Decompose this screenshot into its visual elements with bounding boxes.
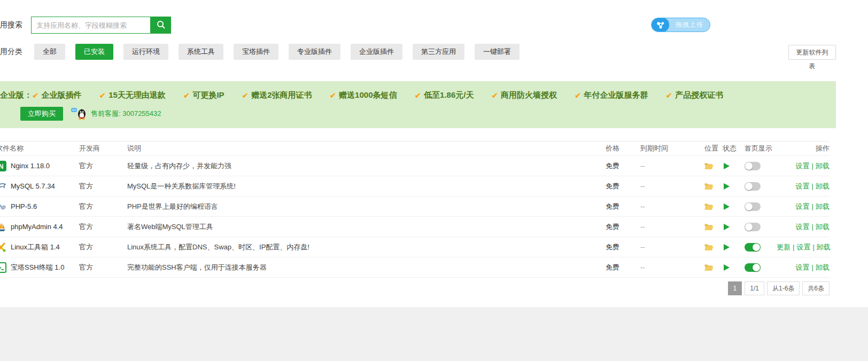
homepage-toggle[interactable]	[745, 243, 761, 252]
expire-time: --	[640, 202, 704, 210]
search-button[interactable]	[151, 17, 171, 34]
play-icon	[723, 203, 730, 210]
pagination-page-1[interactable]: 1	[728, 281, 742, 295]
pagination-info: 共6条	[802, 281, 830, 295]
action-cell: 更新|设置|卸载	[777, 242, 830, 252]
search-label: 应用搜索	[0, 20, 22, 30]
action-separator: |	[793, 243, 794, 251]
banner-feature-text: 15天无理由退款	[108, 90, 166, 100]
expire-time: --	[640, 162, 704, 170]
svg-text:N: N	[0, 162, 3, 170]
play-icon	[723, 183, 730, 190]
homepage-toggle[interactable]	[745, 223, 761, 231]
category-tab-all[interactable]: 全部	[34, 44, 65, 60]
folder-icon[interactable]	[704, 183, 714, 190]
uninstall-action[interactable]: 卸载	[816, 263, 830, 271]
software-table: 软件名称 开发商 说明 价格 到期时间 位置 状态 首页显示 操作 NNginx…	[0, 141, 830, 278]
check-icon: ✔	[32, 91, 39, 100]
software-description: PHP是世界上最好的编程语言	[127, 202, 606, 211]
settings-action[interactable]: 设置	[796, 223, 810, 231]
toggle-knob	[745, 162, 753, 170]
category-tab-pro-plugins[interactable]: 专业版插件	[289, 44, 340, 60]
uninstall-action[interactable]: 卸载	[816, 162, 830, 170]
toggle-knob	[753, 264, 760, 271]
folder-icon[interactable]	[704, 203, 714, 210]
software-name-cell: phpMyAdmin 4.4	[0, 222, 79, 232]
expire-time: --	[640, 182, 704, 190]
homepage-cell	[745, 263, 777, 272]
uninstall-action[interactable]: 卸载	[816, 202, 830, 210]
check-icon: ✔	[414, 91, 421, 100]
category-tab-enterprise-plugins[interactable]: 企业版插件	[351, 44, 402, 60]
status-cell	[723, 162, 745, 170]
settings-action[interactable]: 设置	[796, 263, 810, 271]
drag-upload-button[interactable]: 拖拽上传	[651, 18, 710, 32]
uninstall-action[interactable]: 卸载	[816, 223, 830, 231]
header-action: 操作	[777, 144, 830, 153]
action-cell: 设置|卸载	[777, 161, 830, 171]
software-manager-page: 应用搜索 拖拽上传 应用分类 全部已安装运行环境系统工具宝塔插件专业版插件企业版…	[0, 0, 836, 307]
banner-feature: ✔可更换IP	[183, 90, 224, 100]
bt-ssh-icon	[0, 262, 6, 273]
homepage-toggle[interactable]	[745, 162, 761, 170]
software-name: Linux工具箱 1.4	[11, 242, 60, 252]
settings-action[interactable]: 设置	[796, 162, 810, 170]
location-cell	[704, 183, 723, 190]
banner-feature: ✔产品授权证书	[666, 90, 724, 100]
banner-feature-text: 产品授权证书	[675, 90, 723, 100]
homepage-toggle[interactable]	[745, 202, 761, 211]
nginx-icon: N	[0, 161, 6, 171]
action-cell: 设置|卸载	[777, 182, 830, 191]
php-icon: php	[0, 201, 6, 212]
search-input[interactable]	[31, 17, 151, 34]
banner-feature: ✔赠送2张商用证书	[242, 90, 312, 100]
play-icon	[723, 223, 730, 231]
category-tab-bt-plugins[interactable]: 宝塔插件	[234, 44, 278, 60]
settings-action[interactable]: 设置	[796, 182, 810, 190]
category-tab-system-tools[interactable]: 系统工具	[179, 44, 223, 60]
check-icon: ✔	[666, 91, 673, 100]
homepage-toggle[interactable]	[745, 182, 761, 191]
action-separator: |	[812, 243, 814, 251]
table-row: NNginx 1.18.0官方轻量级，占有内存少，并发能力强免费--设置|卸载	[0, 156, 830, 176]
header-description: 说明	[127, 144, 606, 153]
uninstall-action[interactable]: 卸载	[816, 182, 830, 190]
update-software-list-button[interactable]: 更新软件列表	[788, 45, 836, 60]
header-status: 状态	[723, 144, 745, 153]
action-separator: |	[812, 202, 813, 210]
folder-icon[interactable]	[704, 264, 714, 271]
category-tab-installed[interactable]: 已安装	[75, 44, 113, 60]
uninstall-action[interactable]: 卸载	[817, 243, 831, 251]
table-row: phpPHP-5.6官方PHP是世界上最好的编程语言免费--设置|卸载	[0, 197, 830, 217]
category-tab-one-click-deploy[interactable]: 一键部署	[475, 44, 520, 60]
presale-service-text: 售前客服: 3007255432	[91, 109, 161, 119]
table-row: Linux工具箱 1.4官方Linux系统工具，配置DNS、Swap、时区、IP…	[0, 237, 830, 257]
location-cell	[704, 244, 723, 251]
homepage-toggle[interactable]	[745, 263, 761, 272]
banner-feature: ✔赠送1000条短信	[330, 90, 397, 100]
play-icon	[723, 244, 730, 251]
toggle-knob	[745, 203, 753, 210]
banner-feature-text: 赠送1000条短信	[339, 90, 397, 100]
qq-penguin-icon	[71, 108, 87, 120]
settings-action[interactable]: 设置	[796, 202, 810, 210]
search-icon	[156, 20, 166, 31]
category-tab-third-party[interactable]: 第三方应用	[413, 44, 464, 60]
banner-feature-text: 赠送2张商用证书	[251, 90, 312, 100]
table-header: 软件名称 开发商 说明 价格 到期时间 位置 状态 首页显示 操作	[0, 141, 830, 156]
table-row: MySQL 5.7.34官方MySQL是一种关系数据库管理系统!免费--设置|卸…	[0, 176, 830, 197]
category-tab-runtime[interactable]: 运行环境	[123, 44, 168, 60]
check-icon: ✔	[183, 91, 190, 100]
update-action[interactable]: 更新	[777, 243, 790, 251]
folder-icon[interactable]	[704, 223, 714, 231]
expire-time: --	[640, 243, 704, 251]
drag-upload-label: 拖拽上传	[669, 20, 710, 29]
phpmyadmin-icon	[0, 222, 6, 232]
settings-action[interactable]: 设置	[796, 243, 810, 251]
folder-icon[interactable]	[704, 162, 714, 170]
expire-time: --	[640, 223, 704, 231]
buy-now-button[interactable]: 立即购买	[20, 107, 63, 121]
banner-feature-text: 可更换IP	[192, 90, 224, 100]
folder-icon[interactable]	[704, 244, 714, 251]
software-description: Linux系统工具，配置DNS、Swap、时区、IP配置、内存盘!	[127, 242, 606, 252]
